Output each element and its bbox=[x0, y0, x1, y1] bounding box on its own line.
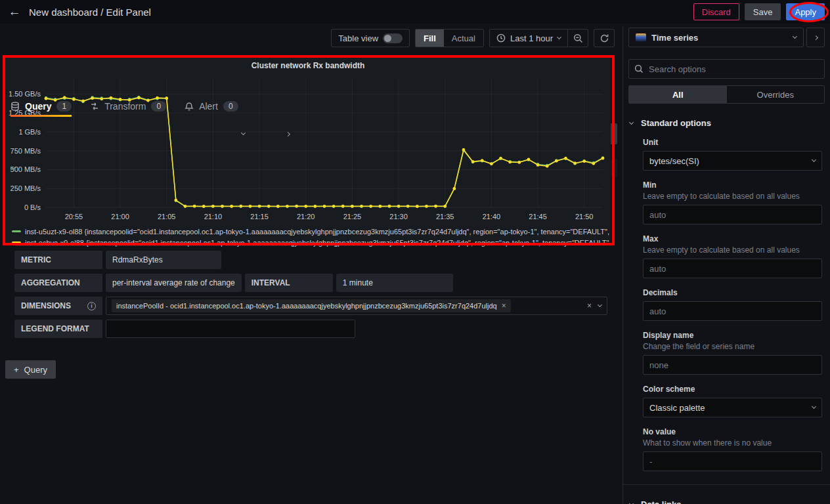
tab-alert[interactable]: Alert 0 bbox=[185, 96, 238, 117]
display-name-input[interactable] bbox=[643, 355, 822, 375]
svg-text:21:40: 21:40 bbox=[483, 213, 501, 220]
tab-overrides[interactable]: Overrides bbox=[727, 86, 825, 103]
legend-format-label: LEGEND FORMAT bbox=[14, 320, 102, 338]
standard-options-body: Unit bytes/sec(SI) Min Leave empty to ca… bbox=[623, 138, 830, 471]
svg-text:21:35: 21:35 bbox=[436, 213, 454, 220]
unit-value: bytes/sec(SI) bbox=[649, 156, 699, 166]
legend-series-name: inst-u5uzt-x9-ol88 {instancepoolid="ocid… bbox=[25, 228, 609, 236]
back-button[interactable]: ← bbox=[5, 3, 24, 21]
panel-toolbar: Table view Fill Actual Last 1 hour bbox=[0, 24, 622, 52]
max-description: Leave empty to calculate based on all va… bbox=[643, 245, 822, 255]
save-button[interactable]: Save bbox=[745, 3, 781, 20]
time-series-icon bbox=[636, 33, 646, 41]
search-options-input[interactable] bbox=[649, 64, 819, 74]
time-range-label: Last 1 hour bbox=[510, 33, 553, 43]
decimals-input[interactable] bbox=[643, 301, 822, 321]
tab-transform[interactable]: Transform 0 bbox=[90, 96, 166, 117]
collapse-pane-button[interactable] bbox=[806, 28, 825, 47]
refresh-group bbox=[594, 29, 615, 47]
dimension-tag: instancePoolId - ocid1.instancepool.oc1.… bbox=[112, 299, 511, 312]
chevron-down-icon[interactable] bbox=[598, 303, 602, 307]
info-icon[interactable]: i bbox=[87, 302, 96, 310]
fill-option[interactable]: Fill bbox=[416, 30, 444, 47]
apply-button[interactable]: Apply bbox=[786, 3, 825, 20]
database-icon bbox=[11, 102, 20, 111]
clear-all-icon[interactable]: × bbox=[587, 301, 592, 310]
zoom-out-button[interactable] bbox=[568, 30, 588, 47]
refresh-icon bbox=[600, 33, 609, 43]
search-options-box bbox=[628, 59, 825, 79]
breadcrumb: New dashboard / Edit Panel bbox=[29, 7, 151, 18]
transform-icon bbox=[90, 102, 99, 111]
table-view-label: Table view bbox=[338, 33, 378, 43]
svg-text:21:00: 21:00 bbox=[111, 213, 129, 220]
metric-select[interactable]: RdmaRxBytes bbox=[106, 251, 221, 269]
display-name-label: Display name bbox=[643, 331, 822, 340]
min-input[interactable] bbox=[643, 205, 822, 224]
chevron-down-icon bbox=[812, 158, 816, 162]
table-view-switch[interactable] bbox=[383, 33, 403, 43]
dimensions-controls: × bbox=[587, 301, 601, 310]
color-scheme-label: Color scheme bbox=[643, 385, 822, 394]
legend-item[interactable]: inst-echvo-x9-ol88 {instancepoolid="ocid… bbox=[12, 237, 609, 248]
dimension-tag-text: instancePoolId - ocid1.instancepool.oc1.… bbox=[116, 302, 497, 310]
legend-swatch bbox=[12, 242, 21, 243]
standard-options-title: Standard options bbox=[641, 118, 711, 128]
no-value-input[interactable] bbox=[643, 452, 822, 471]
refresh-button[interactable] bbox=[594, 30, 614, 47]
svg-text:750 MB/s: 750 MB/s bbox=[11, 147, 41, 155]
visualization-name: Time series bbox=[651, 33, 698, 43]
tab-all[interactable]: All bbox=[629, 86, 727, 103]
max-label: Max bbox=[643, 234, 822, 243]
svg-text:20:55: 20:55 bbox=[65, 213, 83, 220]
plus-icon: + bbox=[14, 365, 19, 375]
aggregation-select[interactable]: per-interval average rate of change bbox=[106, 274, 242, 292]
remove-tag-icon[interactable]: × bbox=[502, 301, 506, 310]
data-links-header[interactable]: Data links bbox=[623, 499, 830, 504]
tab-alert-label: Alert bbox=[199, 101, 218, 112]
time-range-group: Last 1 hour bbox=[489, 29, 588, 47]
tab-query[interactable]: Query 1 bbox=[11, 96, 72, 117]
search-icon bbox=[634, 64, 644, 74]
header-actions: Discard Save Apply bbox=[693, 3, 825, 20]
dimensions-label: DIMENSIONS i bbox=[14, 297, 102, 315]
color-scheme-select[interactable]: Classic palette bbox=[643, 398, 822, 417]
actual-option[interactable]: Actual bbox=[444, 30, 483, 47]
visualization-row: Time series bbox=[623, 26, 830, 47]
chevron-down-icon bbox=[812, 404, 816, 409]
legend-format-input[interactable] bbox=[106, 320, 355, 338]
chevron-right-icon bbox=[813, 35, 818, 39]
max-input[interactable] bbox=[643, 259, 822, 278]
decimals-label: Decimals bbox=[643, 288, 822, 297]
options-sidebar: Time series All Overrides Standard optio… bbox=[622, 26, 830, 504]
svg-text:21:10: 21:10 bbox=[204, 213, 223, 220]
interval-select[interactable]: 1 minute bbox=[336, 274, 453, 292]
svg-text:21:15: 21:15 bbox=[250, 213, 269, 220]
dimensions-multiselect[interactable]: instancePoolId - ocid1.instancepool.oc1.… bbox=[106, 297, 607, 315]
standard-options-header[interactable]: Standard options bbox=[623, 118, 830, 128]
no-value-description: What to show when there is no value bbox=[643, 438, 822, 448]
time-range-picker[interactable]: Last 1 hour bbox=[490, 30, 567, 47]
add-query-button[interactable]: + Query bbox=[5, 360, 56, 379]
chevron-down-icon bbox=[793, 34, 797, 39]
alert-count-badge: 0 bbox=[223, 101, 238, 112]
chart-legend: inst-u5uzt-x9-ol88 {instancepoolid="ocid… bbox=[5, 226, 611, 248]
all-overrides-tabs: All Overrides bbox=[628, 85, 825, 104]
dimensions-label-text: DIMENSIONS bbox=[21, 301, 71, 310]
interval-label: INTERVAL bbox=[245, 274, 333, 292]
legend-item[interactable]: inst-u5uzt-x9-ol88 {instancepoolid="ocid… bbox=[12, 226, 609, 237]
chart-panel[interactable]: Cluster network Rx bandwidth 0 B/s250 MB… bbox=[5, 58, 611, 243]
transform-count-badge: 0 bbox=[151, 101, 166, 112]
fill-actual-group: Fill Actual bbox=[415, 29, 484, 47]
table-view-toggle[interactable]: Table view bbox=[332, 30, 409, 47]
svg-text:21:05: 21:05 bbox=[158, 213, 176, 220]
svg-text:0 B/s: 0 B/s bbox=[24, 203, 41, 211]
unit-select[interactable]: bytes/sec(SI) bbox=[643, 151, 822, 171]
add-query-row: + Query bbox=[5, 360, 622, 379]
visualization-picker[interactable]: Time series bbox=[628, 28, 804, 47]
discard-button[interactable]: Discard bbox=[693, 3, 739, 20]
svg-text:21:50: 21:50 bbox=[575, 213, 594, 220]
chevron-down-icon bbox=[629, 501, 634, 504]
color-scheme-value: Classic palette bbox=[649, 403, 705, 413]
metric-label: METRIC bbox=[14, 251, 102, 269]
